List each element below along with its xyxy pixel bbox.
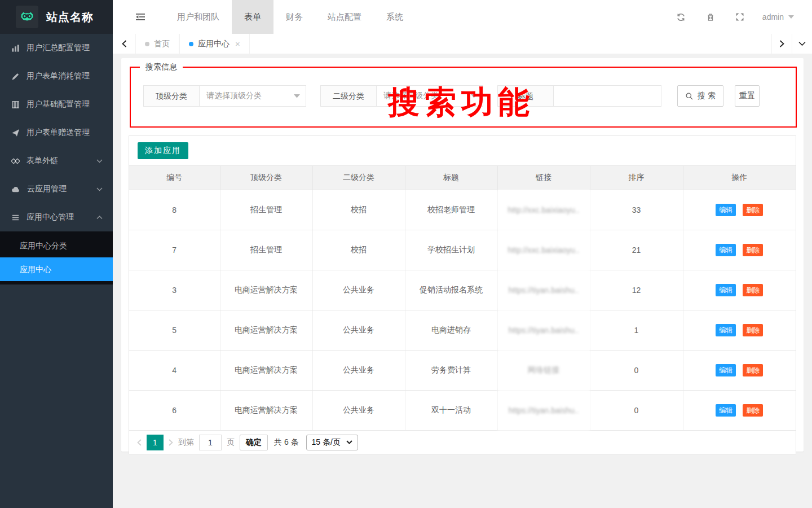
select-arrow-icon xyxy=(471,94,477,98)
chart-bar-icon xyxy=(11,44,20,52)
close-icon[interactable]: × xyxy=(235,39,240,49)
cell-top-category: 电商运营解决方案 xyxy=(220,391,312,431)
refresh-icon[interactable] xyxy=(667,0,696,34)
page-content: 搜索信息 顶级分类 请选择顶级分类 二级分类 请选择二级分类 xyxy=(113,54,812,508)
select-placeholder: 请选择二级分类 xyxy=(383,91,439,101)
nav-item-site-config[interactable]: 站点配置 xyxy=(315,0,374,34)
nav-item-system[interactable]: 系统 xyxy=(374,0,416,34)
sidebar-item-label: 用户表单赠送管理 xyxy=(27,128,90,138)
sidebar-item-user-base-config[interactable]: 用户基础配置管理 xyxy=(0,90,113,119)
sidebar: 用户汇总配置管理 用户表单消耗管理 用户基础配置管理 用户表单赠送管理 xyxy=(0,34,113,508)
search-icon xyxy=(685,92,694,100)
delete-button[interactable]: 删除 xyxy=(743,204,763,216)
page-size-select[interactable]: 15 条/页 xyxy=(306,435,358,450)
cell-link: https://tiyan.baishu.. xyxy=(497,270,590,310)
col-header-sort: 排序 xyxy=(590,166,683,190)
sidebar-item-user-summary-config[interactable]: 用户汇总配置管理 xyxy=(0,34,113,62)
cell-title: 校招老师管理 xyxy=(405,190,497,230)
sidebar-item-form-external-links[interactable]: 表单外链 xyxy=(0,147,113,175)
table-toolbar: 添加应用 xyxy=(129,136,796,165)
cell-top-category: 电商运营解决方案 xyxy=(220,310,312,351)
tab-label: 应用中心 xyxy=(198,39,230,49)
col-header-title: 标题 xyxy=(405,166,497,190)
next-page-icon[interactable] xyxy=(169,439,173,446)
delete-button[interactable]: 删除 xyxy=(743,324,763,336)
add-app-button[interactable]: 添加应用 xyxy=(138,142,188,159)
total-count-label: 共 6 条 xyxy=(274,437,299,448)
header-right: admin xyxy=(667,0,812,34)
sidebar-item-cloud-apps[interactable]: 云应用管理 xyxy=(0,175,113,203)
trash-icon[interactable] xyxy=(696,0,725,34)
top-category-select[interactable]: 请选择顶级分类 xyxy=(199,85,306,107)
cell-link: http://xxc.baixiaoyu.. xyxy=(497,230,590,270)
pagination: 1 到第 页 确定 共 6 条 15 条/页 xyxy=(129,431,796,454)
reset-button[interactable]: 重置 xyxy=(735,85,760,107)
table-row: 5 电商运营解决方案 公共业务 电商进销存 https://tiyan.bais… xyxy=(129,310,796,351)
page-unit-label: 页 xyxy=(227,437,235,448)
delete-button[interactable]: 删除 xyxy=(743,284,763,296)
delete-button[interactable]: 删除 xyxy=(743,244,763,256)
sub-category-label: 二级分类 xyxy=(320,85,377,107)
title-group: 标题 xyxy=(497,85,661,107)
submenu-item-app-center[interactable]: 应用中心 xyxy=(0,257,113,281)
send-icon xyxy=(11,129,20,137)
table-row: 7 招生管理 校招 学校招生计划 http://xxc.baixiaoyu.. … xyxy=(129,230,796,270)
username: admin xyxy=(762,12,784,21)
site-title: 站点名称 xyxy=(46,10,94,25)
current-page-button[interactable]: 1 xyxy=(147,435,164,450)
delete-button[interactable]: 删除 xyxy=(743,404,763,417)
menu-toggle-icon[interactable] xyxy=(135,12,145,21)
edit-button[interactable]: 编辑 xyxy=(716,204,736,216)
tabbar: 首页 应用中心 × xyxy=(113,34,812,54)
edit-button[interactable]: 编辑 xyxy=(716,244,736,256)
top-nav-items: 用户和团队 表单 财务 站点配置 系统 xyxy=(165,0,416,34)
edit-button[interactable]: 编辑 xyxy=(716,364,736,376)
sub-category-select[interactable]: 请选择二级分类 xyxy=(376,85,483,107)
select-placeholder: 请选择顶级分类 xyxy=(206,91,262,101)
goto-label: 到第 xyxy=(178,437,194,448)
cell-sub-category: 公共业务 xyxy=(312,391,405,431)
nav-item-users-teams[interactable]: 用户和团队 xyxy=(165,0,232,34)
cell-title: 双十一活动 xyxy=(405,391,497,431)
header: 站点名称 用户和团队 表单 财务 站点配置 系统 xyxy=(0,0,812,34)
tab-app-center[interactable]: 应用中心 × xyxy=(179,34,250,54)
cell-top-category: 招生管理 xyxy=(220,190,312,230)
cell-actions: 编辑 删除 xyxy=(683,391,796,431)
top-nav: 用户和团队 表单 财务 站点配置 系统 xyxy=(113,0,812,34)
search-form: 顶级分类 请选择顶级分类 二级分类 请选择二级分类 xyxy=(143,85,760,107)
pen-icon xyxy=(11,72,20,81)
tab-home[interactable]: 首页 xyxy=(135,34,179,54)
tabs-scroll-left-button[interactable] xyxy=(113,34,135,54)
search-button[interactable]: 搜 索 xyxy=(677,85,723,107)
cell-id: 4 xyxy=(129,351,220,391)
fullscreen-icon[interactable] xyxy=(725,0,754,34)
col-header-sub-category: 二级分类 xyxy=(312,166,405,190)
nav-item-forms[interactable]: 表单 xyxy=(232,0,273,34)
edit-button[interactable]: 编辑 xyxy=(716,324,736,336)
cell-actions: 编辑 删除 xyxy=(683,190,796,230)
select-arrow-icon xyxy=(294,94,300,98)
sidebar-item-form-consumption[interactable]: 用户表单消耗管理 xyxy=(0,62,113,90)
cell-sort: 33 xyxy=(590,190,683,230)
nav-item-finance[interactable]: 财务 xyxy=(273,0,315,34)
sidebar-item-form-gift[interactable]: 用户表单赠送管理 xyxy=(0,119,113,147)
sidebar-item-app-center-mgmt[interactable]: 应用中心管理 xyxy=(0,203,113,231)
edit-button[interactable]: 编辑 xyxy=(716,404,736,417)
cell-id: 3 xyxy=(129,270,220,310)
cell-sort: 12 xyxy=(590,270,683,310)
page-number-input[interactable] xyxy=(199,435,222,450)
tab-dot xyxy=(189,42,193,46)
sidebar-item-label: 用户基础配置管理 xyxy=(27,99,90,110)
edit-button[interactable]: 编辑 xyxy=(716,284,736,296)
delete-button[interactable]: 删除 xyxy=(743,364,763,376)
user-menu[interactable]: admin xyxy=(762,12,794,21)
cell-link: https://tiyan.baishu.. xyxy=(497,310,590,351)
sidebar-item-label: 表单外链 xyxy=(27,156,58,166)
submenu-item-app-center-category[interactable]: 应用中心分类 xyxy=(0,234,113,257)
prev-page-icon[interactable] xyxy=(137,439,142,446)
tabs-scroll-right-button[interactable] xyxy=(771,34,792,54)
tabs-menu-button[interactable] xyxy=(792,34,812,54)
title-label: 标题 xyxy=(497,85,554,107)
title-input[interactable] xyxy=(553,85,661,107)
confirm-page-button[interactable]: 确定 xyxy=(240,435,268,450)
